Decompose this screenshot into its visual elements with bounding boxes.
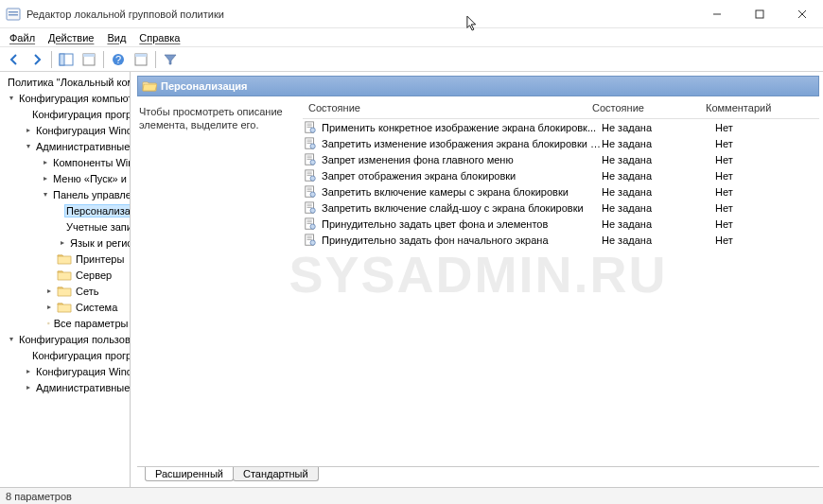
policy-name: Запретить изменение изображения экрана б…: [322, 138, 602, 149]
description-text: Чтобы просмотреть описание элемента, выд…: [139, 106, 283, 130]
tab-standard[interactable]: Стандартный: [233, 467, 319, 481]
toolbar-separator: [51, 51, 52, 68]
toolbar-back[interactable]: [4, 49, 25, 70]
tree-uc-windows[interactable]: Конфигурация Windows: [0, 363, 130, 379]
policy-comment: Нет: [715, 170, 819, 182]
menu-action[interactable]: Действие: [43, 31, 99, 44]
policy-icon: [303, 153, 318, 166]
menu-file[interactable]: Файл: [4, 31, 41, 44]
policy-name: Запретить включение слайд-шоу с экрана б…: [322, 202, 602, 214]
menu-help[interactable]: Справка: [133, 31, 185, 44]
tree-cc-all[interactable]: Все параметры: [0, 315, 130, 331]
tree-computer-config[interactable]: Конфигурация компьютера: [0, 90, 130, 106]
tree-cc-admin[interactable]: Административные шаблоны: [0, 138, 130, 154]
tree-root[interactable]: Политика "Локальный компьютер": [0, 74, 130, 90]
column-comment[interactable]: Комментарий: [700, 100, 804, 118]
tree-cc-accounts[interactable]: Учетные записи пользователей: [0, 218, 130, 235]
tree-cc-software[interactable]: Конфигурация программ: [0, 106, 130, 122]
tree-cc-components[interactable]: Компоненты Windows: [0, 154, 130, 170]
tree-cc-network[interactable]: Сеть: [0, 283, 130, 299]
section-header: Персонализация: [137, 76, 819, 96]
policy-name: Запрет отображения экрана блокировки: [322, 170, 602, 182]
toolbar-forward[interactable]: [26, 49, 47, 70]
expander-icon[interactable]: [61, 237, 64, 249]
titlebar: Редактор локальной групповой политики: [0, 0, 823, 28]
policy-icon: [303, 121, 318, 134]
minimize-button[interactable]: [695, 0, 738, 28]
status-text: 8 параметров: [6, 491, 72, 502]
main-area: Политика "Локальный компьютер" Конфигура…: [0, 72, 823, 487]
tree-pane[interactable]: Политика "Локальный компьютер" Конфигура…: [0, 72, 131, 487]
expander-icon[interactable]: [44, 157, 47, 168]
toolbar-props2[interactable]: [131, 49, 151, 70]
policy-row[interactable]: Запрет отображения экрана блокировкиНе з…: [303, 167, 819, 183]
expander-icon[interactable]: [9, 334, 13, 345]
tree-cc-start[interactable]: Меню «Пуск» и панель задач: [0, 170, 130, 186]
expander-icon[interactable]: [44, 189, 47, 200]
policy-row[interactable]: Принудительно задать цвет фона и элемент…: [303, 216, 819, 232]
tree-label: Сервер: [74, 269, 114, 281]
folder-icon: [57, 269, 72, 282]
tree-label: Политика "Локальный компьютер": [6, 77, 131, 88]
tree-cc-system[interactable]: Система: [0, 299, 130, 315]
policy-row[interactable]: Запрет изменения фона главного менюНе за…: [303, 151, 819, 167]
expander-icon[interactable]: [9, 93, 13, 104]
expander-icon[interactable]: [44, 286, 55, 297]
policy-name: Принудительно задать фон начального экра…: [322, 235, 602, 246]
policy-row[interactable]: Принудительно задать фон начального экра…: [303, 232, 819, 248]
policy-icon: [303, 185, 318, 199]
tree-cc-personalization[interactable]: Персонализация: [0, 202, 130, 218]
close-button[interactable]: [780, 0, 823, 28]
tree-user-config[interactable]: Конфигурация пользователя: [0, 331, 130, 347]
column-state[interactable]: Состояние: [587, 100, 700, 118]
toolbar-panes[interactable]: [56, 49, 77, 70]
tree-label: Административные шаблоны: [34, 382, 131, 393]
tree-label: Компоненты Windows: [51, 157, 131, 168]
menu-view[interactable]: Вид: [101, 31, 131, 44]
tree-cc-windows[interactable]: Конфигурация Windows: [0, 122, 130, 138]
tree-cc-lang[interactable]: Язык и региональные стандарть: [0, 235, 130, 251]
window-title: Редактор локальной групповой политики: [26, 9, 695, 20]
tab-extended[interactable]: Расширенный: [145, 467, 234, 481]
column-headers[interactable]: Состояние Состояние Комментарий: [303, 100, 819, 119]
expander-icon[interactable]: [26, 366, 30, 377]
tree-cc-printers[interactable]: Принтеры: [0, 251, 130, 267]
section-title: Персонализация: [161, 80, 247, 92]
policy-row[interactable]: Запретить изменение изображения экрана б…: [303, 135, 819, 151]
expander-icon[interactable]: [26, 382, 30, 393]
column-state-header[interactable]: Состояние: [303, 100, 587, 118]
tree-uc-software[interactable]: Конфигурация программ: [0, 347, 130, 363]
tree-label: Учетные записи пользователей: [64, 221, 131, 233]
menubar: Файл Действие Вид Справка: [0, 28, 823, 47]
all-settings-icon: [47, 317, 50, 330]
policy-name: Применить конкретное изображение экрана …: [322, 122, 602, 133]
policy-row[interactable]: Запретить включение слайд-шоу с экрана б…: [303, 200, 819, 216]
toolbar-separator: [155, 51, 156, 68]
toolbar-filter[interactable]: [160, 49, 181, 70]
toolbar-help[interactable]: [108, 49, 129, 70]
policy-icon: [303, 137, 318, 150]
expander-icon[interactable]: [44, 173, 47, 184]
statusbar: 8 параметров: [0, 487, 823, 504]
policy-row[interactable]: Запретить включение камеры с экрана блок…: [303, 183, 819, 200]
expander-icon[interactable]: [26, 141, 30, 152]
content-body: Чтобы просмотреть описание элемента, выд…: [133, 96, 823, 466]
view-tabs: Расширенный Стандартный: [137, 466, 819, 487]
toolbar: [0, 47, 823, 72]
policy-comment: Нет: [715, 138, 819, 149]
maximize-button[interactable]: [738, 0, 780, 28]
toolbar-props[interactable]: [79, 49, 99, 70]
policy-comment: Нет: [715, 235, 819, 246]
expander-icon[interactable]: [44, 302, 55, 313]
policy-row[interactable]: Применить конкретное изображение экрана …: [303, 119, 819, 135]
tree-cc-server[interactable]: Сервер: [0, 267, 130, 283]
tree-label: Конфигурация компьютера: [17, 93, 131, 104]
expander-icon[interactable]: [26, 125, 30, 136]
tree-label: Конфигурация Windows: [34, 366, 131, 377]
policy-icon: [303, 169, 318, 182]
tree-uc-admin[interactable]: Административные шаблоны: [0, 379, 130, 395]
policy-list[interactable]: Состояние Состояние Комментарий Применит…: [302, 100, 819, 462]
app-icon: [6, 7, 21, 22]
policy-state: Не задана: [602, 170, 715, 182]
tree-cc-cp[interactable]: Панель управления: [0, 186, 130, 202]
